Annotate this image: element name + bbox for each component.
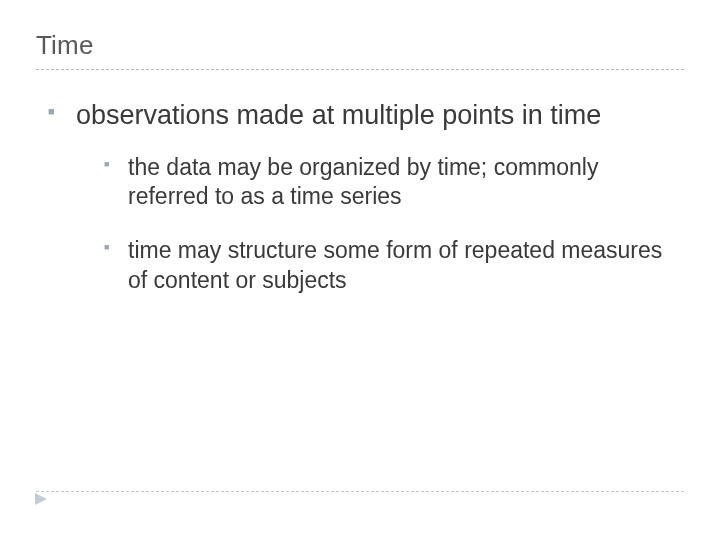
bullet-main: observations made at multiple points in … — [48, 98, 684, 296]
svg-marker-0 — [35, 493, 47, 505]
title-divider — [36, 69, 684, 70]
slide-title: Time — [36, 30, 684, 61]
sub-bullet-text: time may structure some form of repeated… — [128, 237, 662, 293]
sub-bullet: time may structure some form of repeated… — [104, 236, 684, 296]
bullet-main-text: observations made at multiple points in … — [76, 100, 601, 130]
sub-bullet-text: the data may be organized by time; commo… — [128, 154, 598, 210]
play-triangle-icon — [34, 492, 48, 506]
sub-bullet-list: the data may be organized by time; commo… — [76, 153, 684, 297]
bullet-list: observations made at multiple points in … — [36, 98, 684, 296]
footer-divider — [36, 491, 684, 492]
slide: Time observations made at multiple point… — [0, 0, 720, 540]
sub-bullet: the data may be organized by time; commo… — [104, 153, 684, 213]
